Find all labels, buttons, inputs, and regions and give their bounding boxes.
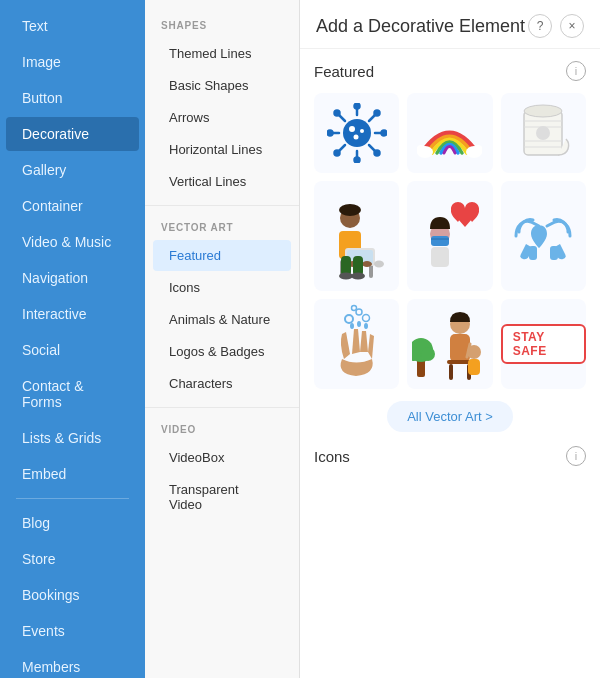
featured-grid: STAY SAFE <box>314 93 586 389</box>
svg-point-18 <box>360 129 364 133</box>
svg-point-4 <box>354 158 359 163</box>
sidebar-item-video-music[interactable]: Video & Music <box>6 225 139 259</box>
svg-rect-50 <box>529 246 537 260</box>
sidebar: Text Image Button Decorative Gallery Con… <box>0 0 145 678</box>
sidebar-item-decorative[interactable]: Decorative <box>6 117 139 151</box>
middle-item-characters[interactable]: Characters <box>153 368 291 399</box>
close-button[interactable]: × <box>560 14 584 38</box>
sidebar-item-store[interactable]: Store <box>6 542 139 576</box>
svg-line-15 <box>339 145 345 151</box>
middle-item-animals-nature[interactable]: Animals & Nature <box>153 304 291 335</box>
middle-item-icons[interactable]: Icons <box>153 272 291 303</box>
virus-svg <box>327 103 387 163</box>
svg-rect-47 <box>431 236 449 246</box>
featured-info-icon[interactable]: i <box>566 61 586 81</box>
featured-item-rainbow[interactable] <box>407 93 492 173</box>
svg-point-40 <box>362 261 372 267</box>
middle-item-arrows[interactable]: Arrows <box>153 102 291 133</box>
svg-point-52 <box>345 315 353 323</box>
middle-item-logos-badges[interactable]: Logos & Badges <box>153 336 291 367</box>
sidebar-item-blog[interactable]: Blog <box>6 506 139 540</box>
svg-point-45 <box>374 261 384 268</box>
middle-item-themed-lines[interactable]: Themed Lines <box>153 38 291 69</box>
hands-heart-svg <box>511 204 576 269</box>
middle-item-featured[interactable]: Featured <box>153 240 291 271</box>
svg-point-54 <box>363 315 370 322</box>
svg-rect-51 <box>550 246 558 260</box>
svg-line-13 <box>369 115 375 121</box>
sidebar-divider-1 <box>16 498 129 499</box>
main-header: Add a Decorative Element ? × <box>300 0 600 49</box>
woman-heart-svg <box>415 199 485 274</box>
stay-safe-badge: STAY SAFE <box>501 324 586 364</box>
header-icons: ? × <box>528 14 584 38</box>
svg-point-44 <box>351 273 365 280</box>
toilet-paper-svg <box>516 103 571 163</box>
sidebar-item-image[interactable]: Image <box>6 45 139 79</box>
svg-rect-66 <box>449 364 453 380</box>
middle-item-vertical-lines[interactable]: Vertical Lines <box>153 166 291 197</box>
sidebar-item-container[interactable]: Container <box>6 189 139 223</box>
featured-label: Featured <box>314 63 374 80</box>
sidebar-item-lists-grids[interactable]: Lists & Grids <box>6 421 139 455</box>
video-section-title: VIDEO <box>145 416 299 441</box>
question-button[interactable]: ? <box>528 14 552 38</box>
svg-point-43 <box>339 273 353 280</box>
svg-line-9 <box>339 115 345 121</box>
all-vector-art-button[interactable]: All Vector Art > <box>387 401 513 432</box>
sidebar-item-interactive[interactable]: Interactive <box>6 297 139 331</box>
svg-point-26 <box>536 126 550 140</box>
svg-point-14 <box>374 111 379 116</box>
featured-item-person-laptop[interactable] <box>314 181 399 291</box>
sidebar-item-embed[interactable]: Embed <box>6 457 139 491</box>
woman-child-svg <box>412 302 487 387</box>
svg-point-56 <box>350 323 354 329</box>
svg-point-17 <box>349 126 355 132</box>
page-title: Add a Decorative Element <box>316 16 525 37</box>
featured-section-header: Featured i <box>314 61 586 81</box>
svg-point-10 <box>334 111 339 116</box>
featured-item-woman-child[interactable] <box>407 299 492 389</box>
sidebar-item-members[interactable]: Members <box>6 650 139 678</box>
shapes-section-title: SHAPES <box>145 12 299 37</box>
middle-item-horizontal-lines[interactable]: Horizontal Lines <box>153 134 291 165</box>
middle-item-transparent-video[interactable]: Transparent Video <box>153 474 291 520</box>
svg-point-19 <box>353 135 358 140</box>
svg-point-57 <box>357 321 361 327</box>
featured-item-toilet-paper[interactable] <box>501 93 586 173</box>
icons-info-icon[interactable]: i <box>566 446 586 466</box>
svg-point-53 <box>356 309 362 315</box>
sidebar-item-button[interactable]: Button <box>6 81 139 115</box>
featured-item-virus[interactable] <box>314 93 399 173</box>
featured-item-hands-heart[interactable] <box>501 181 586 291</box>
featured-item-heart[interactable] <box>407 181 492 291</box>
sidebar-item-text[interactable]: Text <box>6 9 139 43</box>
middle-divider-2 <box>145 407 299 408</box>
sidebar-item-gallery[interactable]: Gallery <box>6 153 139 187</box>
svg-point-55 <box>352 306 357 311</box>
main-panel: Add a Decorative Element ? × Featured i <box>300 0 600 678</box>
svg-point-2 <box>354 104 359 109</box>
svg-point-36 <box>339 204 361 216</box>
svg-point-6 <box>327 131 332 136</box>
featured-item-stay-safe[interactable]: STAY SAFE <box>501 299 586 389</box>
sidebar-item-social[interactable]: Social <box>6 333 139 367</box>
sidebar-item-events[interactable]: Events <box>6 614 139 648</box>
middle-divider-1 <box>145 205 299 206</box>
svg-point-0 <box>343 119 371 147</box>
middle-item-basic-shapes[interactable]: Basic Shapes <box>153 70 291 101</box>
svg-point-62 <box>421 347 435 361</box>
svg-rect-69 <box>468 359 480 375</box>
sidebar-item-bookings[interactable]: Bookings <box>6 578 139 612</box>
featured-item-washing-hands[interactable] <box>314 299 399 389</box>
svg-point-12 <box>374 151 379 156</box>
sidebar-item-navigation[interactable]: Navigation <box>6 261 139 295</box>
sidebar-item-contact-forms[interactable]: Contact & Forms <box>6 369 139 419</box>
icons-label: Icons <box>314 448 350 465</box>
rainbow-svg <box>417 108 482 158</box>
svg-point-16 <box>334 151 339 156</box>
svg-rect-49 <box>431 247 449 267</box>
middle-item-videobox[interactable]: VideoBox <box>153 442 291 473</box>
person-laptop-svg <box>317 186 397 286</box>
icons-section-header: Icons i <box>314 446 586 466</box>
